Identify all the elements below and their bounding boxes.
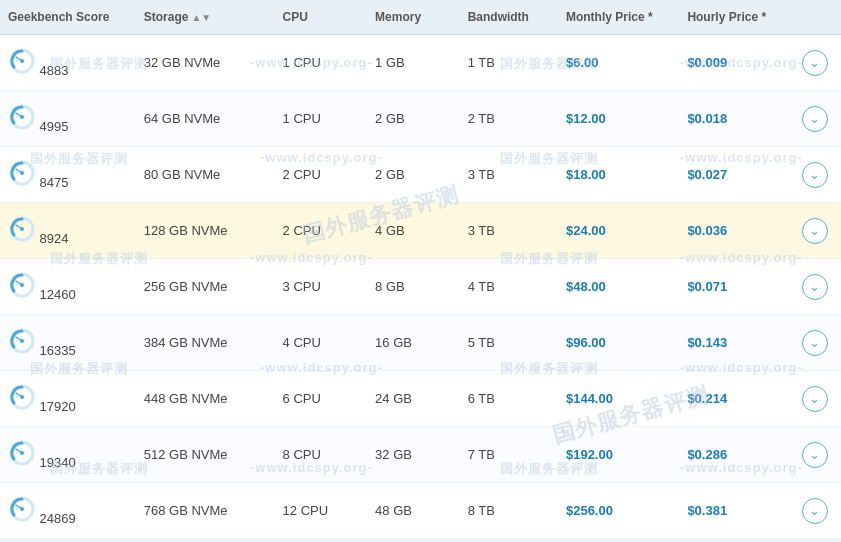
expand-button[interactable]: ⌄ — [802, 274, 828, 300]
cell-expand-5[interactable]: ⌄ — [789, 315, 841, 371]
cell-geekbench-0: 4883 — [0, 35, 136, 91]
monthly-price-value: $96.00 — [566, 335, 606, 350]
cell-geekbench-1: 4995 — [0, 91, 136, 147]
geekbench-value: 8924 — [36, 231, 69, 246]
expand-button[interactable]: ⌄ — [802, 442, 828, 468]
cell-geekbench-8: 24869 — [0, 483, 136, 539]
cell-memory-8: 48 GB — [367, 483, 460, 539]
cell-cpu-2: 2 CPU — [275, 147, 368, 203]
col-header-label-storage: Storage — [144, 10, 189, 24]
geekbench-value: 24869 — [36, 511, 76, 526]
cell-hourly-7: $0.286 — [679, 427, 789, 483]
col-header-memory: Memory — [367, 0, 460, 35]
cell-geekbench-4: 12460 — [0, 259, 136, 315]
cell-expand-4[interactable]: ⌄ — [789, 259, 841, 315]
col-header-label-monthly: Monthly Price * — [566, 10, 653, 24]
table-body: 488332 GB NVMe1 CPU1 GB1 TB$6.00$0.009⌄ … — [0, 35, 841, 539]
cell-bandwidth-6: 6 TB — [460, 371, 558, 427]
cell-bandwidth-8: 8 TB — [460, 483, 558, 539]
cell-storage-2: 80 GB NVMe — [136, 147, 275, 203]
cell-bandwidth-0: 1 TB — [460, 35, 558, 91]
expand-button[interactable]: ⌄ — [802, 162, 828, 188]
gauge-icon — [8, 159, 36, 187]
svg-line-2 — [16, 57, 22, 61]
cell-hourly-2: $0.027 — [679, 147, 789, 203]
expand-button[interactable]: ⌄ — [802, 498, 828, 524]
monthly-price-value: $18.00 — [566, 167, 606, 182]
cell-memory-4: 8 GB — [367, 259, 460, 315]
cell-expand-3[interactable]: ⌄ — [789, 203, 841, 259]
cell-storage-4: 256 GB NVMe — [136, 259, 275, 315]
expand-button[interactable]: ⌄ — [802, 386, 828, 412]
col-header-label-bandwidth: Bandwidth — [468, 10, 529, 24]
cell-storage-6: 448 GB NVMe — [136, 371, 275, 427]
geekbench-value: 4995 — [36, 119, 69, 134]
cell-cpu-8: 12 CPU — [275, 483, 368, 539]
expand-button[interactable]: ⌄ — [802, 50, 828, 76]
cell-bandwidth-7: 7 TB — [460, 427, 558, 483]
col-header-label-hourly: Hourly Price * — [687, 10, 766, 24]
expand-button[interactable]: ⌄ — [802, 218, 828, 244]
svg-line-14 — [16, 281, 22, 285]
cell-monthly-5: $96.00 — [558, 315, 679, 371]
col-header-storage[interactable]: Storage▲▼ — [136, 0, 275, 35]
cell-geekbench-2: 8475 — [0, 147, 136, 203]
cell-cpu-1: 1 CPU — [275, 91, 368, 147]
hourly-price-value: $0.143 — [687, 335, 727, 350]
svg-line-17 — [16, 337, 22, 341]
monthly-price-value: $24.00 — [566, 223, 606, 238]
cell-storage-0: 32 GB NVMe — [136, 35, 275, 91]
cell-monthly-4: $48.00 — [558, 259, 679, 315]
geekbench-value: 17920 — [36, 399, 76, 414]
geekbench-value: 4883 — [36, 63, 69, 78]
col-header-cpu: CPU — [275, 0, 368, 35]
cell-monthly-7: $192.00 — [558, 427, 679, 483]
table-header: Geekbench ScoreStorage▲▼CPUMemoryBandwid… — [0, 0, 841, 35]
cell-memory-5: 16 GB — [367, 315, 460, 371]
gauge-icon — [8, 103, 36, 131]
hourly-price-value: $0.036 — [687, 223, 727, 238]
cell-hourly-8: $0.381 — [679, 483, 789, 539]
hourly-price-value: $0.381 — [687, 503, 727, 518]
col-header-monthly: Monthly Price * — [558, 0, 679, 35]
hourly-price-value: $0.071 — [687, 279, 727, 294]
cell-expand-1[interactable]: ⌄ — [789, 91, 841, 147]
col-header-hourly: Hourly Price * — [679, 0, 789, 35]
table-row: 16335384 GB NVMe4 CPU16 GB5 TB$96.00$0.1… — [0, 315, 841, 371]
cell-expand-0[interactable]: ⌄ — [789, 35, 841, 91]
cell-expand-6[interactable]: ⌄ — [789, 371, 841, 427]
table-row: 488332 GB NVMe1 CPU1 GB1 TB$6.00$0.009⌄ — [0, 35, 841, 91]
hourly-price-value: $0.027 — [687, 167, 727, 182]
cell-expand-7[interactable]: ⌄ — [789, 427, 841, 483]
table-row: 12460256 GB NVMe3 CPU8 GB4 TB$48.00$0.07… — [0, 259, 841, 315]
monthly-price-value: $12.00 — [566, 111, 606, 126]
col-header-bandwidth: Bandwidth — [460, 0, 558, 35]
svg-line-26 — [16, 505, 22, 509]
cell-cpu-0: 1 CPU — [275, 35, 368, 91]
cell-monthly-0: $6.00 — [558, 35, 679, 91]
cell-expand-8[interactable]: ⌄ — [789, 483, 841, 539]
cell-memory-7: 32 GB — [367, 427, 460, 483]
gauge-icon — [8, 439, 36, 467]
geekbench-value: 19340 — [36, 455, 76, 470]
cell-bandwidth-1: 2 TB — [460, 91, 558, 147]
cell-hourly-0: $0.009 — [679, 35, 789, 91]
table-row: 8924128 GB NVMe2 CPU4 GB3 TB$24.00$0.036… — [0, 203, 841, 259]
cell-monthly-1: $12.00 — [558, 91, 679, 147]
cell-bandwidth-2: 3 TB — [460, 147, 558, 203]
hourly-price-value: $0.009 — [687, 55, 727, 70]
cell-memory-1: 2 GB — [367, 91, 460, 147]
svg-line-5 — [16, 113, 22, 117]
expand-button[interactable]: ⌄ — [802, 106, 828, 132]
svg-line-23 — [16, 449, 22, 453]
cell-bandwidth-5: 5 TB — [460, 315, 558, 371]
pricing-table: 国外服务器评测-www.idcspy.org-国外服务器评测-www.idcsp… — [0, 0, 841, 539]
gauge-icon — [8, 383, 36, 411]
hourly-price-value: $0.286 — [687, 447, 727, 462]
monthly-price-value: $48.00 — [566, 279, 606, 294]
cell-storage-7: 512 GB NVMe — [136, 427, 275, 483]
monthly-price-value: $256.00 — [566, 503, 613, 518]
hourly-price-value: $0.214 — [687, 391, 727, 406]
cell-expand-2[interactable]: ⌄ — [789, 147, 841, 203]
expand-button[interactable]: ⌄ — [802, 330, 828, 356]
